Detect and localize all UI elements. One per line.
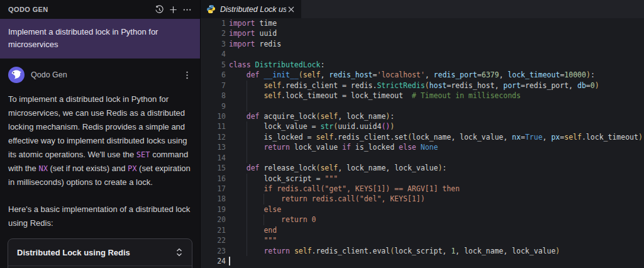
line-number: 17 xyxy=(201,184,226,194)
panel-header: QODO GEN xyxy=(0,0,200,19)
line-number: 19 xyxy=(201,204,226,215)
code-line-content: import time xyxy=(229,18,277,28)
code-line: 5class DistributedLock: xyxy=(201,60,644,70)
tab-bar: Distributed Lock using Redis xyxy=(201,0,644,18)
line-number: 2 xyxy=(201,28,226,38)
more-vertical-icon[interactable] xyxy=(180,68,194,82)
assistant-name: Qodo Gen xyxy=(31,70,180,79)
code-block-card: Distributed Lock using Redis xyxy=(8,238,192,268)
code-line: 23 return self.redis_client.eval(lock_sc… xyxy=(201,246,644,256)
inline-code: NX xyxy=(38,164,47,173)
code-line-content: def release_lock(self, lock_name, lock_v… xyxy=(229,163,447,173)
app-window: QODO GEN Implement a distributed lock i xyxy=(0,0,644,268)
code-line: 16 lock_script = """ xyxy=(201,174,644,184)
code-line: 2import uuid xyxy=(201,28,644,38)
code-line: 14 xyxy=(201,153,644,163)
line-number: 3 xyxy=(201,39,226,49)
paragraph-text: (set if not exists) and xyxy=(48,164,128,173)
more-horizontal-icon[interactable] xyxy=(180,3,194,16)
code-line: 17 if redis.call("get", KEYS[1]) == ARGV… xyxy=(201,184,644,194)
line-number: 7 xyxy=(201,81,226,91)
line-number: 22 xyxy=(201,235,226,245)
code-block-header[interactable]: Distributed Lock using Redis xyxy=(8,239,192,265)
text-cursor xyxy=(229,257,230,265)
line-number: 4 xyxy=(201,49,226,59)
assistant-paragraph: To implement a distributed lock in Pytho… xyxy=(0,83,200,189)
code-line: 18 return redis.call("del", KEYS[1]) xyxy=(201,194,644,204)
inline-code: SET xyxy=(136,150,150,159)
code-line: 6 def __init__(self, redis_host='localho… xyxy=(201,70,644,80)
code-line: 15 def release_lock(self, lock_name, loc… xyxy=(201,163,644,173)
code-line: 9 xyxy=(201,101,644,111)
code-line-content: lock_script = """ xyxy=(229,174,338,184)
line-number: 20 xyxy=(201,215,226,225)
code-line-content: if redis.call("get", KEYS[1]) == ARGV[1]… xyxy=(229,184,460,194)
editor-pane: Distributed Lock using Redis 1import tim… xyxy=(200,0,644,268)
code-line-content: lock_value = str(uuid.uuid4()) xyxy=(229,121,394,131)
qodo-gen-panel: QODO GEN Implement a distributed lock i xyxy=(0,0,200,268)
code-line: 13 return lock_value if is_locked else N… xyxy=(201,142,644,152)
code-line-content: import redis xyxy=(229,39,281,49)
qodo-avatar-icon xyxy=(8,67,25,83)
code-line: 12 is_locked = self.redis_client.set(loc… xyxy=(201,132,644,142)
code-line-content: else xyxy=(229,204,281,215)
user-message: Implement a distributed lock in Python f… xyxy=(0,19,200,59)
code-line: 1import time xyxy=(201,18,644,28)
code-line: 3import redis xyxy=(201,39,644,49)
line-number: 8 xyxy=(201,91,226,101)
code-line-content: """ xyxy=(229,235,277,245)
code-line-content: class DistributedLock: xyxy=(229,60,325,70)
indent-guide xyxy=(247,101,247,111)
code-line: 19 else xyxy=(201,204,644,215)
new-chat-icon[interactable] xyxy=(166,3,180,16)
code-editor[interactable]: 1import time2import uuid3import redis45c… xyxy=(201,18,644,268)
line-number: 16 xyxy=(201,174,226,184)
code-line: 10 def acquire_lock(self, lock_name): xyxy=(201,111,644,121)
indent-guide xyxy=(247,153,247,163)
inline-code: PX xyxy=(128,164,136,173)
tab-close-icon[interactable] xyxy=(286,4,296,14)
line-number: 24 xyxy=(201,256,226,266)
line-number: 14 xyxy=(201,153,226,163)
line-number: 5 xyxy=(201,60,226,70)
history-icon[interactable] xyxy=(152,3,166,16)
code-line: 4 xyxy=(201,49,644,59)
python-icon xyxy=(206,4,216,14)
code-block-toolbar xyxy=(8,265,192,268)
line-number: 11 xyxy=(201,121,226,131)
editor-tab[interactable]: Distributed Lock using Redis xyxy=(201,0,301,18)
code-line: 11 lock_value = str(uuid.uuid4()) xyxy=(201,121,644,131)
code-line: 8 self.lock_timeout = lock_timeout # Tim… xyxy=(201,91,644,101)
code-line-content: import uuid xyxy=(229,28,277,38)
code-line: 22 """ xyxy=(201,235,644,245)
line-number: 15 xyxy=(201,163,226,173)
followup-paragraph: Here's a basic implementation of a distr… xyxy=(0,189,200,230)
assistant-header-row: Qodo Gen xyxy=(0,59,200,83)
code-line-content: def __init__(self, redis_host='localhost… xyxy=(229,70,595,80)
code-line-content: return 0 xyxy=(229,215,316,225)
code-line-content: return redis.call("del", KEYS[1]) xyxy=(229,194,425,204)
line-number: 21 xyxy=(201,225,226,235)
code-line-content: self.redis_client = redis.StrictRedis(ho… xyxy=(229,81,599,91)
line-number: 23 xyxy=(201,246,226,256)
code-line-content: return lock_value if is_locked else None xyxy=(229,142,438,152)
code-line-content: def acquire_lock(self, lock_name): xyxy=(229,111,394,121)
code-line-content: end xyxy=(229,225,277,235)
code-line: 20 return 0 xyxy=(201,215,644,225)
code-line-content: self.lock_timeout = lock_timeout # Timeo… xyxy=(229,91,521,101)
line-number: 6 xyxy=(201,70,226,80)
line-number: 1 xyxy=(201,18,226,28)
panel-title: QODO GEN xyxy=(8,6,152,13)
code-line: 24 xyxy=(201,256,644,266)
line-number: 10 xyxy=(201,111,226,121)
line-number: 18 xyxy=(201,194,226,204)
code-line: 7 self.redis_client = redis.StrictRedis(… xyxy=(201,81,644,91)
code-line: 21 end xyxy=(201,225,644,235)
code-line-content: is_locked = self.redis_client.set(lock_n… xyxy=(229,132,643,142)
line-number: 13 xyxy=(201,142,226,152)
tab-title: Distributed Lock using Redis xyxy=(220,5,286,14)
collapse-expand-icon[interactable] xyxy=(175,247,184,257)
line-number: 12 xyxy=(201,132,226,142)
code-block-title: Distributed Lock using Redis xyxy=(17,248,175,257)
line-number: 9 xyxy=(201,101,226,111)
